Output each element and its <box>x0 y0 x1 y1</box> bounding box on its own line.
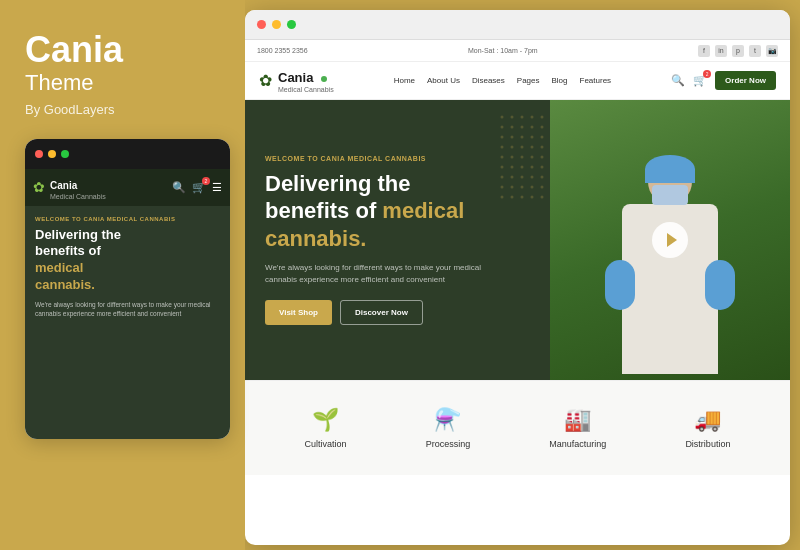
mobile-dot-green <box>61 150 69 158</box>
site-topbar: 1800 2355 2356 Mon-Sat : 10am - 7pm f in… <box>245 40 790 62</box>
processing-label: Processing <box>426 439 471 449</box>
site-logo-name: Cania <box>278 70 313 85</box>
distribution-label: Distribution <box>685 439 730 449</box>
hero-description: We're always looking for different ways … <box>265 262 505 286</box>
cultivation-label: Cultivation <box>305 439 347 449</box>
play-button[interactable] <box>652 222 688 258</box>
hero-content: WELCOME TO CANIA MEDICAL CANNABIS Delive… <box>245 155 525 326</box>
brand-title: Cania <box>25 30 220 70</box>
linkedin-icon[interactable]: in <box>715 45 727 57</box>
phone-number: 1800 2355 2356 <box>257 47 308 54</box>
site-hero: WELCOME TO CANIA MEDICAL CANNABIS Delive… <box>245 100 790 380</box>
site-nav: ✿ Cania Medical Cannabis Home About Us D… <box>245 62 790 100</box>
site-cannabis-icon: ✿ <box>259 71 272 90</box>
site-search-icon[interactable]: 🔍 <box>671 74 685 87</box>
mobile-dot-yellow <box>48 150 56 158</box>
menu-blog[interactable]: Blog <box>552 76 568 85</box>
mobile-logo-name: Cania <box>50 180 77 191</box>
hero-buttons: Visit Shop Discover Now <box>265 300 505 325</box>
site-logo: ✿ Cania Medical Cannabis <box>259 68 334 93</box>
left-panel: Cania Theme By GoodLayers ✿ Cania Medica… <box>0 0 245 550</box>
menu-pages[interactable]: Pages <box>517 76 540 85</box>
mobile-description: We're always looking for different ways … <box>35 300 220 318</box>
browser-mockup: 1800 2355 2356 Mon-Sat : 10am - 7pm f in… <box>245 10 790 545</box>
menu-home[interactable]: Home <box>394 76 415 85</box>
browser-dot-red <box>257 20 266 29</box>
menu-diseases[interactable]: Diseases <box>472 76 505 85</box>
manufacturing-icon: 🏭 <box>564 407 591 433</box>
feature-cultivation: 🌱 Cultivation <box>305 407 347 449</box>
mobile-welcome-text: WELCOME TO CANIA MEDICAL CANNABIS <box>35 216 220 222</box>
instagram-icon[interactable]: 📷 <box>766 45 778 57</box>
site-nav-actions: 🔍 🛒 2 Order Now <box>671 71 776 90</box>
play-triangle-icon <box>667 233 677 247</box>
feature-processing: ⚗️ Processing <box>426 407 471 449</box>
feature-distribution: 🚚 Distribution <box>685 407 730 449</box>
mobile-cart-badge: 2 <box>202 177 210 185</box>
hero-image-bg <box>550 100 790 380</box>
mobile-cannabis-icon: ✿ <box>33 179 45 195</box>
mobile-logo-sub: Medical Cannabis <box>50 193 106 200</box>
mobile-nav: ✿ Cania Medical Cannabis 🔍 🛒 2 ☰ <box>25 169 230 206</box>
distribution-icon: 🚚 <box>694 407 721 433</box>
menu-features[interactable]: Features <box>580 76 612 85</box>
brand-by: By GoodLayers <box>25 102 220 117</box>
social-icons: f in p t 📷 <box>698 45 778 57</box>
facebook-icon[interactable]: f <box>698 45 710 57</box>
brand-subtitle: Theme <box>25 70 220 96</box>
browser-dot-yellow <box>272 20 281 29</box>
mobile-headline: Delivering thebenefits ofmedicalcannabis… <box>35 227 220 295</box>
features-strip: 🌱 Cultivation ⚗️ Processing 🏭 Manufactur… <box>245 380 790 475</box>
discover-now-button[interactable]: Discover Now <box>340 300 423 325</box>
hero-image <box>550 100 790 380</box>
mobile-top-bar <box>25 139 230 169</box>
mobile-cart-icon[interactable]: 🛒 2 <box>192 181 206 194</box>
twitter-icon[interactable]: t <box>749 45 761 57</box>
mobile-highlight: medicalcannabis. <box>35 260 95 292</box>
mobile-search-icon[interactable]: 🔍 <box>172 181 186 194</box>
site-cart-badge: 2 <box>703 70 711 78</box>
hours-text: Mon-Sat : 10am - 7pm <box>468 47 538 54</box>
browser-dot-green <box>287 20 296 29</box>
site-logo-sub: Medical Cannabis <box>278 86 334 93</box>
browser-chrome <box>245 10 790 40</box>
order-now-button[interactable]: Order Now <box>715 71 776 90</box>
manufacturing-label: Manufacturing <box>549 439 606 449</box>
hero-title-highlight: medicalcannabis. <box>265 198 464 251</box>
processing-icon: ⚗️ <box>434 407 461 433</box>
site-menu: Home About Us Diseases Pages Blog Featur… <box>394 76 611 85</box>
mobile-mockup: ✿ Cania Medical Cannabis 🔍 🛒 2 ☰ WELCOME… <box>25 139 230 439</box>
cultivation-icon: 🌱 <box>312 407 339 433</box>
site-cart-icon[interactable]: 🛒 2 <box>693 74 707 87</box>
hero-title: Delivering thebenefits of medicalcannabi… <box>265 170 505 253</box>
site-logo-dot <box>321 76 327 82</box>
pinterest-icon[interactable]: p <box>732 45 744 57</box>
menu-about[interactable]: About Us <box>427 76 460 85</box>
visit-shop-button[interactable]: Visit Shop <box>265 300 332 325</box>
feature-manufacturing: 🏭 Manufacturing <box>549 407 606 449</box>
mobile-nav-icons: 🔍 🛒 2 ☰ <box>172 181 222 194</box>
mobile-content: WELCOME TO CANIA MEDICAL CANNABIS Delive… <box>25 206 230 439</box>
hero-welcome: WELCOME TO CANIA MEDICAL CANNABIS <box>265 155 505 162</box>
mobile-menu-icon[interactable]: ☰ <box>212 181 222 194</box>
mobile-dot-red <box>35 150 43 158</box>
mobile-logo-area: ✿ Cania Medical Cannabis <box>33 175 106 200</box>
